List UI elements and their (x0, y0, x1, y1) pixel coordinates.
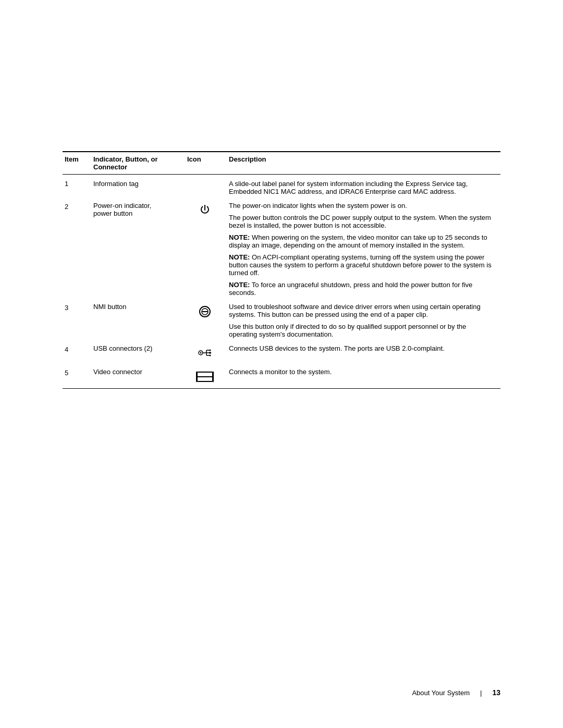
row-indicator: Power-on indicator,power button (91, 199, 185, 300)
video-icon (196, 370, 214, 382)
table-row: 1 Information tag A slide-out label pane… (63, 175, 500, 199)
table-row: 2 Power-on indicator,power button The po… (63, 199, 500, 300)
row-description: Used to troubleshoot software and device… (227, 300, 500, 341)
table-header-row: Item Indicator, Button, orConnector Icon… (63, 152, 500, 175)
power-icon (199, 204, 211, 216)
nmi-icon (198, 305, 212, 318)
row-icon-nmi (185, 300, 227, 341)
svg-point-4 (200, 352, 202, 354)
desc-paragraph: The power-on indicator lights when the s… (229, 202, 496, 209)
row-indicator: Video connector (91, 365, 185, 389)
row-item: 1 (63, 175, 91, 199)
desc-paragraph: The power button controls the DC power s… (229, 214, 496, 229)
desc-paragraph-note: NOTE: To force an ungraceful shutdown, p… (229, 281, 496, 297)
table-row: 4 USB connectors (2) (63, 341, 500, 365)
row-item: 4 (63, 341, 91, 365)
desc-paragraph: Connects USB devices to the system. The … (229, 344, 496, 352)
svg-rect-11 (209, 352, 211, 354)
row-description: Connects a monitor to the system. (227, 365, 500, 389)
header-icon: Icon (185, 152, 227, 175)
desc-paragraph: A slide-out label panel for system infor… (229, 180, 496, 195)
header-indicator: Indicator, Button, orConnector (91, 152, 185, 175)
table-row: 5 Video connector Connects a monitor to … (63, 365, 500, 389)
row-description: A slide-out label panel for system infor… (227, 175, 500, 199)
usb-icon (197, 347, 213, 359)
header-item: Item (63, 152, 91, 175)
desc-paragraph: Use this button only if directed to do s… (229, 323, 496, 338)
footer-page-number: 13 (492, 688, 500, 697)
row-icon-usb (185, 341, 227, 365)
table-row: 3 NMI button Used to troubleshoot softwa… (63, 300, 500, 341)
top-spacer (63, 31, 500, 146)
header-description: Description (227, 152, 500, 175)
row-item: 5 (63, 365, 91, 389)
row-item: 3 (63, 300, 91, 341)
row-indicator: USB connectors (2) (91, 341, 185, 365)
page-container: Item Indicator, Button, orConnector Icon… (0, 0, 563, 728)
row-icon (185, 175, 227, 199)
svg-point-12 (210, 355, 211, 356)
row-icon-power (185, 199, 227, 300)
footer-section-label: About Your System (412, 689, 470, 697)
desc-paragraph-note: NOTE: When powering on the system, the v… (229, 233, 496, 249)
svg-point-10 (210, 350, 211, 351)
main-table: Item Indicator, Button, orConnector Icon… (63, 151, 500, 389)
note-label: NOTE: (229, 233, 250, 241)
note-label: NOTE: (229, 253, 250, 261)
desc-paragraph: Connects a monitor to the system. (229, 368, 496, 376)
row-indicator: NMI button (91, 300, 185, 341)
footer-divider: | (480, 689, 482, 697)
desc-paragraph-note: NOTE: On ACPI-compliant operating system… (229, 253, 496, 277)
row-icon-video (185, 365, 227, 389)
row-description: The power-on indicator lights when the s… (227, 199, 500, 300)
row-indicator: Information tag (91, 175, 185, 199)
note-label: NOTE: (229, 281, 250, 289)
row-description: Connects USB devices to the system. The … (227, 341, 500, 365)
page-footer: About Your System | 13 (412, 688, 500, 697)
desc-paragraph: Used to troubleshoot software and device… (229, 303, 496, 318)
row-item: 2 (63, 199, 91, 300)
header-indicator-line2: Connector (93, 163, 127, 171)
